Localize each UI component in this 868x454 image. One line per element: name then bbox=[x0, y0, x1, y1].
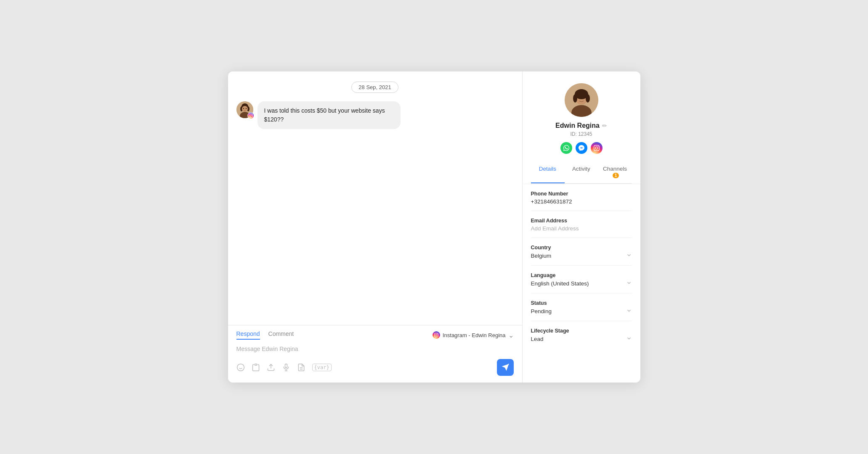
toolbar-icons: {var} bbox=[236, 363, 332, 372]
email-value[interactable]: Add Email Address bbox=[531, 225, 632, 232]
svg-point-7 bbox=[243, 108, 244, 109]
channels-badge: 1 bbox=[613, 173, 619, 178]
chat-tab-group: Respond Comment bbox=[236, 330, 294, 340]
mic-icon[interactable] bbox=[282, 363, 290, 372]
lifecycle-label: Lifecycle Stage bbox=[531, 328, 632, 334]
phone-group: Phone Number +321846631872 bbox=[531, 191, 632, 211]
language-select[interactable]: English (United States) bbox=[531, 280, 632, 287]
email-label: Email Address bbox=[531, 218, 632, 224]
chat-messages: 28 Sep, 2021 bbox=[228, 71, 522, 325]
language-group: Language English (United States) bbox=[531, 272, 632, 293]
svg-point-26 bbox=[583, 97, 584, 98]
svg-point-8 bbox=[245, 108, 246, 109]
country-select[interactable]: Belgium bbox=[531, 252, 632, 259]
contact-avatar bbox=[565, 83, 598, 117]
send-button[interactable] bbox=[497, 359, 514, 376]
phone-label: Phone Number bbox=[531, 191, 632, 197]
tab-channels[interactable]: Channels 1 bbox=[598, 161, 632, 183]
messenger-icon[interactable] bbox=[576, 142, 587, 154]
svg-point-6 bbox=[242, 106, 248, 112]
status-group: Status Pending bbox=[531, 300, 632, 321]
message-row: I was told this costs $50 but your websi… bbox=[236, 101, 514, 129]
user-avatar-wrap bbox=[236, 101, 253, 118]
channel-chevron-icon: ⌄ bbox=[508, 331, 514, 339]
edit-contact-icon[interactable]: ✏ bbox=[602, 122, 607, 129]
contact-id: ID: 12345 bbox=[570, 131, 592, 137]
svg-rect-12 bbox=[255, 364, 257, 365]
whatsapp-icon[interactable] bbox=[560, 142, 572, 154]
contact-panel: Edwin Regina ✏ ID: 12345 bbox=[523, 71, 640, 383]
svg-point-25 bbox=[579, 97, 580, 98]
status-chevron-icon bbox=[626, 308, 632, 315]
variable-icon[interactable]: {var} bbox=[312, 364, 332, 371]
country-group: Country Belgium bbox=[531, 245, 632, 266]
tab-details[interactable]: Details bbox=[531, 161, 565, 183]
tab-comment[interactable]: Comment bbox=[268, 330, 294, 340]
chat-toolbar: {var} bbox=[236, 359, 514, 376]
date-badge-row: 28 Sep, 2021 bbox=[236, 82, 514, 93]
channel-selector[interactable]: Instagram - Edwin Regina ⌄ bbox=[433, 331, 514, 339]
contact-header: Edwin Regina ✏ ID: 12345 bbox=[523, 71, 640, 184]
message-input-placeholder[interactable]: Message Edwin Regina bbox=[236, 344, 514, 354]
lifecycle-select[interactable]: Lead bbox=[531, 335, 632, 343]
lifecycle-value: Lead bbox=[531, 336, 544, 342]
country-label: Country bbox=[531, 245, 632, 251]
instagram-badge-icon bbox=[247, 112, 254, 119]
contact-name: Edwin Regina bbox=[555, 122, 600, 129]
svg-rect-14 bbox=[285, 364, 287, 368]
lifecycle-chevron-icon bbox=[626, 335, 632, 343]
instagram-channel-icon bbox=[433, 331, 440, 339]
country-chevron-icon bbox=[626, 252, 632, 259]
language-value: English (United States) bbox=[531, 280, 589, 287]
chat-panel: 28 Sep, 2021 bbox=[228, 71, 523, 383]
language-label: Language bbox=[531, 272, 632, 278]
svg-point-24 bbox=[586, 94, 590, 103]
message-bubble: I was told this costs $50 but your websi… bbox=[257, 101, 401, 129]
tab-activity[interactable]: Activity bbox=[565, 161, 598, 183]
lifecycle-group: Lifecycle Stage Lead bbox=[531, 328, 632, 348]
language-chevron-icon bbox=[626, 280, 632, 287]
status-value: Pending bbox=[531, 308, 552, 314]
chat-input-area: Respond Comment Instagram - Edwin Regina… bbox=[228, 325, 522, 383]
instagram-icon[interactable] bbox=[591, 142, 603, 154]
phone-value: +321846631872 bbox=[531, 198, 632, 205]
channel-selector-label: Instagram - Edwin Regina bbox=[443, 332, 506, 338]
contact-tabs: Details Activity Channels 1 bbox=[531, 161, 632, 184]
date-badge: 28 Sep, 2021 bbox=[351, 82, 398, 93]
svg-point-9 bbox=[237, 364, 244, 371]
tab-respond[interactable]: Respond bbox=[236, 330, 260, 340]
status-select[interactable]: Pending bbox=[531, 308, 632, 315]
upload-icon[interactable] bbox=[267, 363, 275, 372]
country-value: Belgium bbox=[531, 253, 552, 259]
clipboard-icon[interactable] bbox=[252, 363, 260, 372]
contact-channels bbox=[560, 142, 603, 154]
note-icon[interactable] bbox=[297, 363, 305, 372]
chat-tabs: Respond Comment Instagram - Edwin Regina… bbox=[236, 330, 514, 340]
contact-name-row: Edwin Regina ✏ bbox=[555, 122, 607, 129]
app-container: 28 Sep, 2021 bbox=[228, 71, 640, 383]
emoji-icon[interactable] bbox=[236, 363, 245, 372]
email-group: Email Address Add Email Address bbox=[531, 218, 632, 238]
contact-details: Phone Number +321846631872 Email Address… bbox=[523, 184, 640, 362]
svg-point-23 bbox=[573, 94, 577, 103]
status-label: Status bbox=[531, 300, 632, 306]
